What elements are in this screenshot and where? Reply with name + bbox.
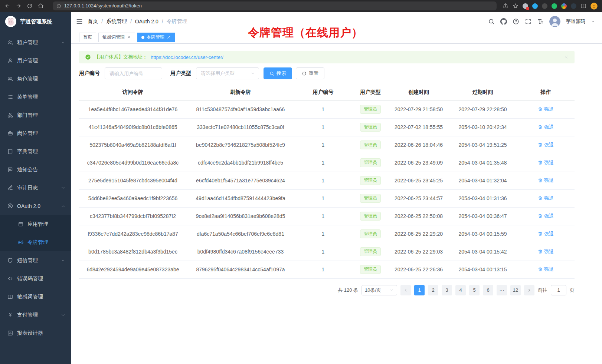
search-form: 用户编号 用户类型 请选择用户类型 搜索 重置 — [79, 67, 575, 79]
browser-back-button[interactable] — [4, 3, 10, 9]
table-row: b0d1785bc3a8482f812db4a3f3bd15ecb0df4980… — [79, 243, 575, 261]
breadcrumb-item[interactable]: 系统管理 — [106, 18, 127, 25]
tab-home[interactable]: 首页 — [79, 33, 96, 42]
search-button[interactable]: 搜索 — [264, 67, 292, 79]
sidebar-item-label: 应用管理 — [27, 221, 48, 228]
table-row: 6d842e2924594de9a09e45e087323abe8796295f… — [79, 261, 575, 278]
browser-forward-button[interactable] — [16, 3, 22, 9]
user-type-tag: 管理员 — [360, 123, 381, 132]
sidebar-item-notice[interactable]: 通知公告 — [0, 161, 71, 179]
browser-profile-avatar[interactable] — [590, 3, 598, 10]
force-logout-button[interactable]: 强退 — [538, 195, 554, 202]
prev-page-button[interactable] — [400, 285, 411, 295]
sidebar-item-post[interactable]: 岗位管理 — [0, 124, 71, 142]
sidebar-item-oauth2[interactable]: OAuth 2.0 — [0, 197, 71, 215]
chevron-left-icon — [403, 288, 408, 292]
tab-close-icon[interactable] — [127, 35, 131, 39]
sidebar-menu: 租户管理用户管理角色管理菜单管理部门管理岗位管理字典管理通知公告审计日志OAut… — [0, 31, 71, 364]
force-logout-button[interactable]: 强退 — [538, 142, 554, 148]
expire-time-cell: 2054-03-04 00:15:59 — [448, 225, 517, 243]
expire-time-cell: 2054-03-04 19:51:25 — [448, 136, 517, 154]
tab-sensitive-word[interactable]: 敏感词管理 — [98, 33, 135, 42]
sidebar-item-menu[interactable]: 菜单管理 — [0, 88, 71, 106]
force-logout-button[interactable]: 强退 — [538, 159, 554, 166]
force-logout-button[interactable]: 强退 — [538, 177, 554, 184]
breadcrumb-item[interactable]: 首页 — [88, 18, 98, 25]
breadcrumb-item[interactable]: OAuth 2.0 — [135, 19, 158, 24]
page-size-select[interactable]: 10条/页 — [361, 285, 397, 295]
next-page-button[interactable] — [524, 285, 534, 295]
sidebar-item-dict[interactable]: 字典管理 — [0, 142, 71, 161]
user-menu-caret-icon[interactable] — [591, 19, 595, 24]
page-3-button[interactable]: 3 — [442, 285, 452, 295]
sidebar-item-sms[interactable]: 短信管理 — [0, 251, 71, 269]
alert-close-icon[interactable] — [564, 55, 569, 59]
user-avatar[interactable] — [549, 16, 560, 27]
site-info-icon[interactable] — [56, 4, 61, 9]
pagination: 共 120 条10条/页123456···12前往页 — [79, 285, 575, 295]
browser-address-bar[interactable]: 127.0.0.1:1024/system/oauth2/token — [53, 1, 497, 10]
extension-green-icon[interactable] — [552, 3, 557, 9]
sidebar-item-app-manage[interactable]: 应用管理 — [0, 215, 71, 233]
page-5-button[interactable]: 5 — [469, 285, 480, 295]
force-logout-button[interactable]: 强退 — [538, 213, 554, 219]
browser-refresh-button[interactable] — [27, 3, 33, 9]
pagination-ellipsis[interactable]: ··· — [497, 285, 507, 295]
sidebar-item-sensitive-word[interactable]: 敏感词管理 — [0, 288, 71, 306]
extension-red-icon[interactable] — [523, 3, 528, 9]
fullscreen-icon[interactable] — [525, 18, 531, 25]
question-icon[interactable] — [513, 18, 519, 25]
search-icon[interactable] — [488, 18, 495, 25]
sidebar-item-report-designer[interactable]: 报表设计器 — [0, 324, 71, 342]
force-logout-button[interactable]: 强退 — [538, 124, 554, 130]
expire-time-cell: 2054-03-04 01:31:36 — [448, 189, 517, 207]
tab-close-icon[interactable] — [167, 35, 171, 39]
browser-nav-buttons — [4, 3, 44, 9]
share-icon[interactable] — [503, 3, 508, 9]
browser-toolbar-icons — [503, 3, 598, 10]
tab-label: 首页 — [83, 34, 92, 40]
force-logout-button[interactable]: 强退 — [538, 106, 554, 113]
username[interactable]: 芋道源码 — [566, 18, 585, 25]
extension-colorful-icon[interactable] — [561, 3, 567, 9]
sidebar-item-tenant[interactable]: 租户管理 — [0, 33, 71, 52]
page-6-button[interactable]: 6 — [483, 285, 493, 295]
user-id-cell: 1 — [294, 207, 352, 225]
force-logout-button[interactable]: 强退 — [538, 248, 554, 255]
page-4-button[interactable]: 4 — [455, 285, 466, 295]
app-logo[interactable]: 芋道管理系统 — [0, 12, 71, 31]
user-id-input[interactable] — [105, 67, 162, 79]
extension-blue-icon[interactable] — [532, 3, 538, 9]
github-icon[interactable] — [500, 18, 507, 25]
sidebar-item-user[interactable]: 用户管理 — [0, 52, 71, 70]
tab-label: 令牌管理 — [147, 34, 164, 40]
split-view-icon[interactable] — [580, 3, 586, 9]
browser-home-button[interactable] — [38, 3, 44, 9]
page-1-button[interactable]: 1 — [414, 285, 425, 295]
sidebar-item-audit-log[interactable]: 审计日志 — [0, 179, 71, 197]
tab-token-manage[interactable]: 令牌管理 — [137, 33, 175, 42]
table-row: 1ea5e44f8bc1467aaede43144f31de76811c5304… — [79, 100, 575, 118]
sidebar-item-error-code[interactable]: 错误码管理 — [0, 269, 71, 288]
sidebar-item-role[interactable]: 角色管理 — [0, 70, 71, 88]
extension-dark-icon[interactable] — [542, 3, 547, 9]
page-2-button[interactable]: 2 — [428, 285, 438, 295]
sidebar-item-pay[interactable]: 支付管理 — [0, 306, 71, 324]
sidebar-item-label: OAuth 2.0 — [17, 203, 40, 209]
goto-page-input[interactable] — [551, 285, 566, 295]
extension-paw-icon[interactable] — [571, 3, 576, 9]
font-size-icon[interactable] — [537, 18, 544, 25]
doc-link[interactable]: https://doc.iocoder.cn/user-center/ — [151, 54, 223, 60]
column-header: 用户类型 — [352, 84, 389, 100]
sidebar-item-token-manage[interactable]: 令牌管理 — [0, 233, 71, 251]
bookmark-star-icon[interactable] — [513, 3, 518, 9]
chevron-right-icon — [527, 288, 531, 292]
sidebar-item-dept[interactable]: 部门管理 — [0, 106, 71, 124]
force-logout-button[interactable]: 强退 — [538, 266, 554, 273]
page-12-button[interactable]: 12 — [510, 285, 521, 295]
reset-button[interactable]: 重置 — [296, 67, 324, 79]
user-type-select[interactable]: 请选择用户类型 — [196, 67, 259, 79]
user-type-cell: 管理员 — [352, 261, 389, 278]
force-logout-button[interactable]: 强退 — [538, 231, 554, 237]
collapse-sidebar-button[interactable] — [71, 12, 88, 31]
